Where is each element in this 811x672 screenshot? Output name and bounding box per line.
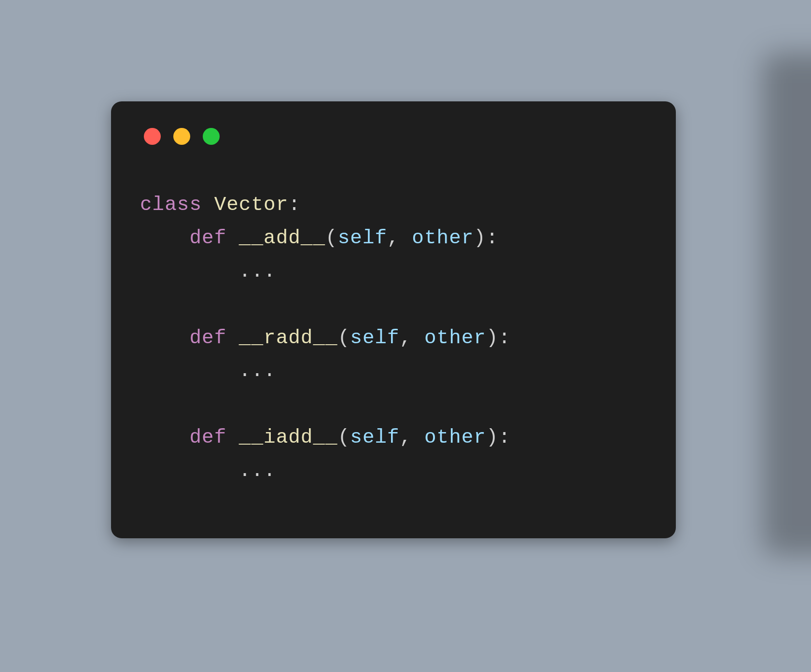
keyword-def: def — [189, 227, 226, 249]
paren-open: ( — [338, 327, 350, 349]
paren-close: ) — [486, 426, 499, 448]
comma: , — [400, 426, 424, 448]
background-shadow-panel — [763, 53, 811, 555]
paren-close: ) — [474, 227, 486, 249]
ellipsis-1: ... — [239, 360, 276, 382]
class-name: Vector — [214, 194, 289, 216]
comma: , — [400, 327, 424, 349]
code-block: class Vector: def __add__(self, other): … — [140, 188, 647, 488]
colon: : — [288, 194, 301, 216]
colon-m2: : — [499, 426, 511, 448]
comma: , — [387, 227, 412, 249]
minimize-icon[interactable] — [173, 128, 190, 145]
colon-m1: : — [499, 327, 511, 349]
keyword-class: class — [140, 194, 202, 216]
param-self-0: self — [338, 227, 387, 249]
window-traffic-lights — [140, 128, 647, 145]
method-name-2: __iadd__ — [239, 426, 338, 448]
close-icon[interactable] — [144, 128, 161, 145]
param-other-1: other — [424, 327, 486, 349]
paren-open: ( — [325, 227, 338, 249]
code-window: class Vector: def __add__(self, other): … — [111, 101, 676, 538]
keyword-def: def — [189, 327, 226, 349]
keyword-def: def — [189, 426, 226, 448]
ellipsis-2: ... — [239, 460, 276, 482]
method-name-0: __add__ — [239, 227, 325, 249]
colon-m0: : — [486, 227, 499, 249]
param-other-2: other — [424, 426, 486, 448]
paren-open: ( — [338, 426, 350, 448]
param-self-2: self — [350, 426, 399, 448]
maximize-icon[interactable] — [203, 128, 220, 145]
param-other-0: other — [412, 227, 474, 249]
ellipsis-0: ... — [239, 260, 276, 282]
param-self-1: self — [350, 327, 399, 349]
paren-close: ) — [486, 327, 499, 349]
method-name-1: __radd__ — [239, 327, 338, 349]
